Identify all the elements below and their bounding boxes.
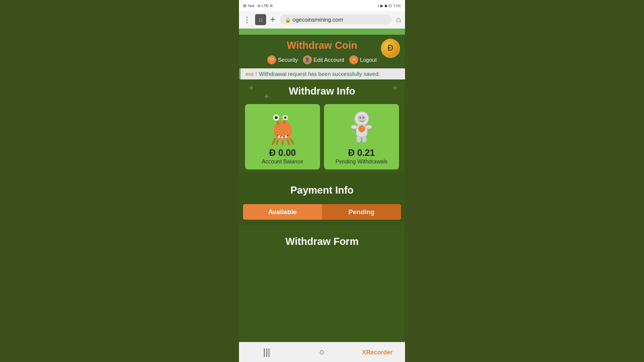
header: Withdraw Coin 🛡 Security 👤 Edit Account …: [239, 35, 405, 68]
status-left: ⊞ %ol lil LTE ≋: [243, 4, 273, 8]
svg-point-12: [359, 117, 361, 119]
available-tab[interactable]: Available: [243, 204, 322, 220]
logout-label: Logout: [360, 57, 377, 63]
security-label: Security: [278, 57, 298, 63]
payment-info-title: Payment Info: [239, 178, 405, 201]
browser-url-bar[interactable]: 🔒 ogecoinsmining.com: [280, 15, 392, 25]
astronaut-illustration: [345, 108, 378, 146]
pending-withdrawals-card: Ð 0.21 Pending Withdrawals: [324, 104, 399, 169]
svg-rect-8: [281, 136, 283, 138]
banner-prefix: ess !: [246, 71, 257, 77]
bottom-nav-menu[interactable]: |||: [239, 347, 294, 357]
account-balance-label: Account Balance: [262, 158, 303, 164]
left-panel: [0, 0, 239, 362]
svg-point-6: [284, 116, 287, 119]
deco-plus-1: +: [249, 83, 254, 93]
status-bar: ⊞ %ol lil LTE ≋ • ▶ ◆ ⊡ 7:01: [239, 0, 405, 11]
right-panel: [405, 0, 644, 362]
payment-tabs: Available Pending: [243, 204, 401, 220]
svg-point-3: [275, 116, 278, 119]
top-green-bar: [239, 29, 405, 35]
browser-tab-icon[interactable]: □: [255, 14, 266, 25]
browser-bar: ⋮ □ + 🔒 ogecoinsmining.com ⌂: [239, 11, 405, 29]
home-circle-icon: ○: [319, 347, 325, 357]
withdraw-form-section: Withdraw Form: [239, 225, 405, 255]
pending-withdrawals-label: Pending Withdrawals: [336, 158, 387, 164]
edit-account-label: Edit Account: [313, 57, 344, 63]
svg-point-13: [362, 117, 364, 119]
banner-message: Withdrawal request has been successfully…: [259, 71, 380, 77]
browser-home-icon[interactable]: ⌂: [396, 15, 401, 24]
svg-point-17: [358, 125, 365, 132]
svg-rect-9: [285, 135, 287, 138]
edit-account-nav-item[interactable]: 👤 Edit Account: [303, 55, 344, 64]
deco-plus-3: +: [264, 92, 269, 101]
header-title: Withdraw Coin: [245, 40, 399, 51]
monster-illustration: [266, 108, 299, 146]
url-globe-icon: 🔒: [285, 17, 291, 23]
pending-withdrawals-amount: Ð 0.21: [348, 148, 375, 158]
shield-icon: 🛡: [267, 55, 276, 64]
bottom-nav-recorder[interactable]: XRecorder: [350, 349, 405, 356]
svg-rect-18: [357, 136, 361, 142]
browser-menu-icon[interactable]: ⋮: [243, 15, 251, 25]
pending-tab[interactable]: Pending: [322, 204, 401, 220]
main-content: + + + Withdraw Info: [239, 79, 405, 342]
status-icons-right: • ▶ ◆ ⊡ 7:01: [378, 4, 401, 8]
phone-container: ⊞ %ol lil LTE ≋ • ▶ ◆ ⊡ 7:01 ⋮ □ + 🔒 oge…: [239, 0, 405, 362]
svg-rect-15: [351, 125, 357, 129]
browser-new-tab-icon[interactable]: +: [270, 15, 276, 25]
svg-rect-16: [366, 125, 372, 129]
security-nav-item[interactable]: 🛡 Security: [267, 55, 298, 64]
deco-plus-2: +: [393, 83, 397, 93]
success-banner: ess ! Withdrawal request has been succes…: [239, 68, 405, 79]
xrecorder-label: XRecorder: [362, 349, 393, 356]
bottom-nav: ||| ○ XRecorder: [239, 342, 405, 362]
withdraw-form-title: Withdraw Form: [239, 230, 405, 252]
status-icons-left: ⊞ %ol lil LTE ≋: [243, 4, 273, 8]
coin-logo: Ð: [381, 39, 400, 58]
cards-row: Ð 0.00 Account Balance: [243, 102, 401, 171]
bottom-nav-home[interactable]: ○: [294, 347, 350, 357]
account-balance-card: Ð 0.00 Account Balance: [245, 104, 320, 169]
logout-nav-item[interactable]: 🔒 Logout: [349, 55, 377, 64]
account-balance-amount: Ð 0.00: [269, 148, 296, 158]
svg-rect-19: [362, 136, 366, 142]
tab-symbol: □: [259, 17, 262, 23]
payment-section: Payment Info Available Pending: [239, 172, 405, 225]
url-text: ogecoinsmining.com: [293, 17, 343, 23]
svg-rect-7: [278, 135, 280, 138]
logout-icon: 🔒: [349, 55, 358, 64]
person-icon: 👤: [303, 55, 312, 64]
header-nav: 🛡 Security 👤 Edit Account 🔒 Logout: [245, 55, 399, 64]
menu-lines-icon: |||: [263, 347, 270, 357]
status-right: • ▶ ◆ ⊡ 7:01: [378, 4, 401, 8]
coin-symbol: Ð: [387, 44, 393, 53]
